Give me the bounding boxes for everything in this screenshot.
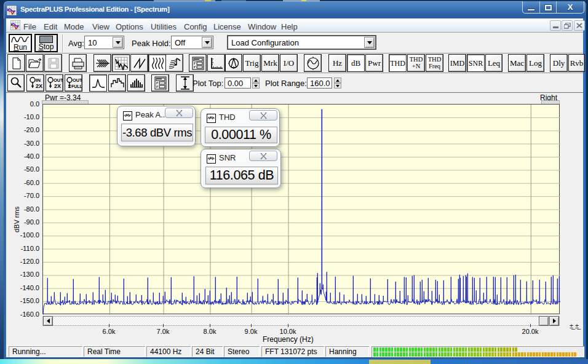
svg-text:OUT: OUT (73, 77, 82, 83)
svg-text:FULL: FULL (71, 84, 82, 89)
svg-text:OUT: OUT (54, 77, 63, 83)
svg-text:2X: 2X (54, 83, 61, 89)
